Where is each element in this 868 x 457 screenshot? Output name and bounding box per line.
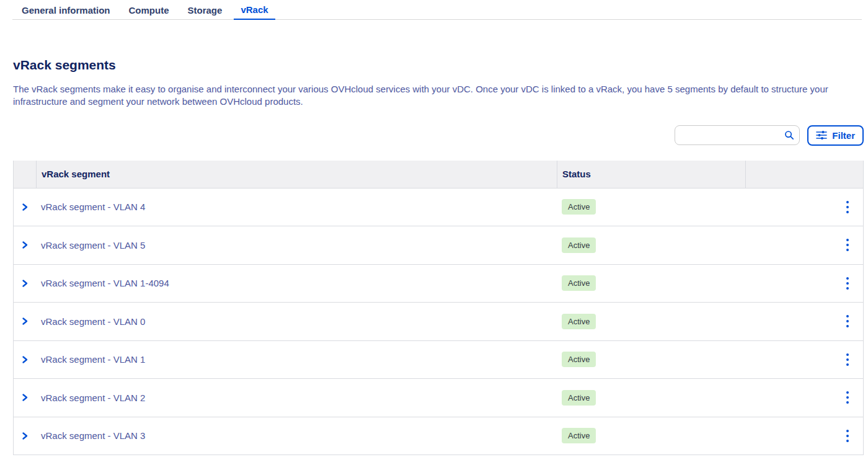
table-row: vRack segment - VLAN 3 Active (14, 417, 863, 456)
tab-vrack[interactable]: vRack (234, 0, 275, 20)
page-title: vRack segments (13, 58, 864, 73)
kebab-menu-icon (846, 277, 849, 290)
row-actions-menu-button[interactable] (839, 236, 856, 254)
tab-general-information[interactable]: General information (22, 0, 110, 20)
chevron-right-icon (20, 203, 29, 211)
table-row: vRack segment - VLAN 0 Active (14, 303, 863, 341)
status-badge: Active (562, 352, 596, 367)
chevron-right-icon (20, 279, 29, 288)
kebab-menu-icon (846, 430, 849, 442)
row-actions-menu-button[interactable] (839, 350, 856, 369)
expand-row-button[interactable] (17, 200, 32, 215)
expand-row-button[interactable] (17, 237, 32, 252)
table-row: vRack segment - VLAN 4 Active (14, 189, 863, 227)
kebab-menu-icon (846, 201, 849, 213)
table-row: vRack segment - VLAN 1 Active (14, 341, 863, 379)
status-badge: Active (562, 428, 596, 443)
expand-row-button[interactable] (17, 352, 32, 367)
segment-name: vRack segment - VLAN 1 (36, 354, 557, 365)
segment-name: vRack segment - VLAN 2 (36, 393, 557, 403)
header-status-column: Status (557, 161, 745, 188)
chevron-right-icon (20, 317, 29, 326)
chevron-right-icon (20, 393, 29, 402)
header-expand-column (14, 161, 36, 188)
row-actions-menu-button[interactable] (839, 274, 856, 293)
row-actions-menu-button[interactable] (839, 198, 856, 216)
expand-row-button[interactable] (17, 428, 32, 443)
segment-name: vRack segment - VLAN 5 (36, 240, 557, 251)
kebab-menu-icon (846, 391, 849, 404)
kebab-menu-icon (846, 353, 849, 366)
header-segment-column: vRack segment (36, 161, 557, 188)
chevron-right-icon (20, 241, 29, 249)
status-badge: Active (562, 314, 596, 329)
segment-name: vRack segment - VLAN 3 (36, 430, 557, 441)
expand-row-button[interactable] (17, 276, 32, 291)
status-badge: Active (562, 390, 596, 406)
status-badge: Active (562, 199, 596, 215)
search-icon (784, 130, 794, 140)
status-badge: Active (562, 237, 596, 253)
search-field-wrapper (675, 125, 800, 145)
page-description: The vRack segments make it easy to organ… (13, 83, 850, 109)
row-actions-menu-button[interactable] (839, 388, 856, 407)
kebab-menu-icon (846, 315, 849, 327)
row-actions-menu-button[interactable] (839, 427, 856, 445)
table-row: vRack segment - VLAN 1-4094 Active (14, 265, 863, 303)
expand-row-button[interactable] (17, 390, 32, 405)
segment-name: vRack segment - VLAN 0 (36, 316, 557, 327)
tab-bar: General information Compute Storage vRac… (0, 0, 868, 20)
tab-storage[interactable]: Storage (188, 0, 223, 20)
vrack-segments-table: vRack segment Status vRack segment - VLA… (13, 161, 864, 456)
chevron-right-icon (20, 355, 29, 364)
filter-sliders-icon (816, 130, 827, 140)
search-input[interactable] (675, 125, 800, 145)
row-actions-menu-button[interactable] (839, 312, 856, 331)
expand-row-button[interactable] (17, 314, 32, 329)
main-content: vRack segments The vRack segments make i… (13, 58, 864, 455)
filter-button[interactable]: Filter (807, 125, 864, 146)
kebab-menu-icon (846, 239, 849, 251)
segment-name: vRack segment - VLAN 4 (36, 202, 557, 212)
header-actions-column (745, 161, 863, 188)
status-badge: Active (562, 275, 596, 291)
tab-compute[interactable]: Compute (129, 0, 169, 20)
filter-button-label: Filter (832, 130, 855, 141)
table-row: vRack segment - VLAN 5 Active (14, 226, 863, 265)
segment-name: vRack segment - VLAN 1-4094 (36, 278, 557, 288)
chevron-right-icon (20, 432, 29, 440)
table-header-row: vRack segment Status (14, 161, 863, 189)
table-toolbar: Filter (13, 125, 864, 146)
table-row: vRack segment - VLAN 2 Active (14, 379, 863, 417)
